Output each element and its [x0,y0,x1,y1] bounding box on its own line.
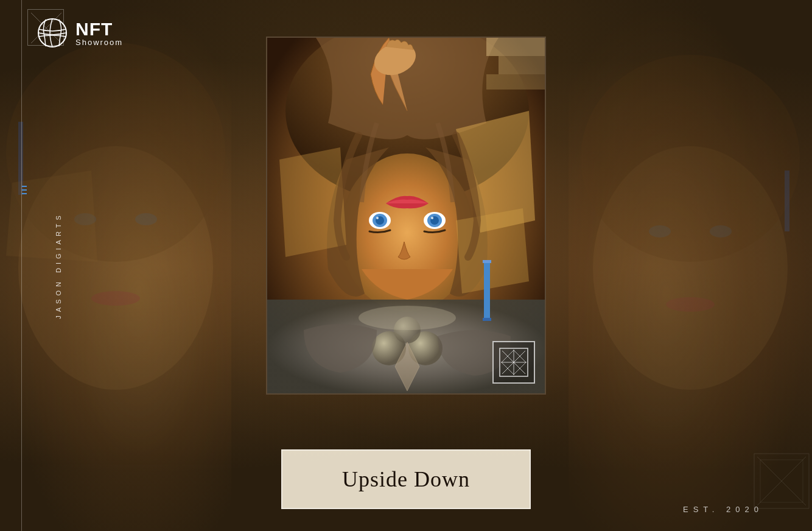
svg-rect-46 [486,74,546,90]
main-artwork-container[interactable] [266,37,546,395]
svg-point-11 [581,55,800,262]
svg-point-19 [38,19,66,47]
logo-showroom-label: Showroom [75,38,123,46]
artwork-title: Upside Down [342,467,470,491]
svg-rect-12 [785,171,789,231]
svg-point-31 [431,217,433,219]
svg-point-39 [359,306,456,330]
sidebar-line [21,0,22,531]
artist-name-vertical: JASON DIGIARTS [55,212,62,318]
svg-marker-6 [6,171,97,262]
svg-rect-45 [499,56,546,74]
svg-rect-40 [484,263,490,318]
blue-accent-left [22,186,27,187]
established-text: EST. 2020 [683,505,763,514]
svg-marker-34 [456,208,529,294]
artwork-watermark [492,341,535,384]
logo-nft-label: NFT [75,20,123,38]
artwork-canvas [267,38,545,393]
artwork-frame [266,37,546,395]
svg-point-3 [91,291,140,306]
globe-icon [37,17,68,49]
bg-face-left [0,0,231,531]
bg-face-right [569,0,812,531]
svg-rect-42 [483,318,491,321]
svg-point-27 [376,217,379,219]
title-box: Upside Down [281,449,531,509]
logo-area[interactable]: NFT Showroom [37,17,123,49]
svg-point-10 [666,297,715,312]
svg-rect-44 [486,38,546,56]
logo-text: NFT Showroom [75,20,123,46]
svg-rect-41 [483,260,491,263]
